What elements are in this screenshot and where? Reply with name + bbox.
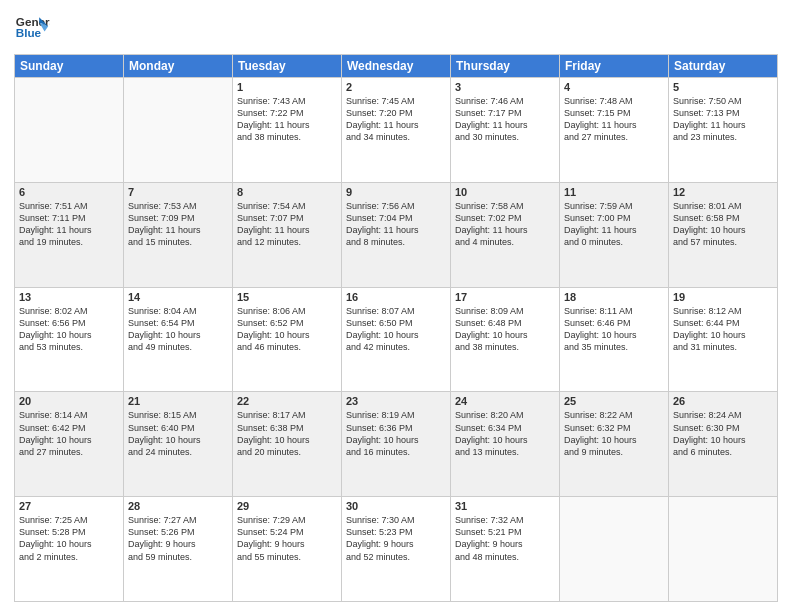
calendar-cell [15, 78, 124, 183]
day-number: 11 [564, 186, 664, 198]
day-info: Sunrise: 7:32 AM Sunset: 5:21 PM Dayligh… [455, 514, 555, 563]
calendar-cell: 15Sunrise: 8:06 AM Sunset: 6:52 PM Dayli… [233, 287, 342, 392]
day-info: Sunrise: 8:11 AM Sunset: 6:46 PM Dayligh… [564, 305, 664, 354]
day-info: Sunrise: 7:45 AM Sunset: 7:20 PM Dayligh… [346, 95, 446, 144]
day-info: Sunrise: 7:29 AM Sunset: 5:24 PM Dayligh… [237, 514, 337, 563]
calendar-cell [669, 497, 778, 602]
calendar-week-row: 6Sunrise: 7:51 AM Sunset: 7:11 PM Daylig… [15, 182, 778, 287]
weekday-header-thursday: Thursday [451, 55, 560, 78]
day-info: Sunrise: 8:06 AM Sunset: 6:52 PM Dayligh… [237, 305, 337, 354]
day-info: Sunrise: 7:54 AM Sunset: 7:07 PM Dayligh… [237, 200, 337, 249]
day-number: 5 [673, 81, 773, 93]
day-number: 8 [237, 186, 337, 198]
day-number: 10 [455, 186, 555, 198]
weekday-header-saturday: Saturday [669, 55, 778, 78]
day-info: Sunrise: 8:24 AM Sunset: 6:30 PM Dayligh… [673, 409, 773, 458]
day-info: Sunrise: 7:25 AM Sunset: 5:28 PM Dayligh… [19, 514, 119, 563]
day-number: 9 [346, 186, 446, 198]
day-info: Sunrise: 7:46 AM Sunset: 7:17 PM Dayligh… [455, 95, 555, 144]
day-number: 4 [564, 81, 664, 93]
logo: General Blue [14, 10, 50, 46]
calendar-cell: 30Sunrise: 7:30 AM Sunset: 5:23 PM Dayli… [342, 497, 451, 602]
calendar-cell: 26Sunrise: 8:24 AM Sunset: 6:30 PM Dayli… [669, 392, 778, 497]
logo-icon: General Blue [14, 10, 50, 46]
header: General Blue [14, 10, 778, 46]
calendar-cell: 23Sunrise: 8:19 AM Sunset: 6:36 PM Dayli… [342, 392, 451, 497]
calendar-week-row: 27Sunrise: 7:25 AM Sunset: 5:28 PM Dayli… [15, 497, 778, 602]
calendar-cell: 8Sunrise: 7:54 AM Sunset: 7:07 PM Daylig… [233, 182, 342, 287]
day-info: Sunrise: 8:20 AM Sunset: 6:34 PM Dayligh… [455, 409, 555, 458]
calendar-week-row: 13Sunrise: 8:02 AM Sunset: 6:56 PM Dayli… [15, 287, 778, 392]
day-info: Sunrise: 7:50 AM Sunset: 7:13 PM Dayligh… [673, 95, 773, 144]
weekday-header-monday: Monday [124, 55, 233, 78]
calendar-cell: 5Sunrise: 7:50 AM Sunset: 7:13 PM Daylig… [669, 78, 778, 183]
weekday-header-tuesday: Tuesday [233, 55, 342, 78]
day-info: Sunrise: 8:19 AM Sunset: 6:36 PM Dayligh… [346, 409, 446, 458]
day-info: Sunrise: 7:27 AM Sunset: 5:26 PM Dayligh… [128, 514, 228, 563]
svg-text:Blue: Blue [16, 26, 42, 39]
calendar-cell: 20Sunrise: 8:14 AM Sunset: 6:42 PM Dayli… [15, 392, 124, 497]
day-number: 1 [237, 81, 337, 93]
day-number: 6 [19, 186, 119, 198]
day-info: Sunrise: 7:59 AM Sunset: 7:00 PM Dayligh… [564, 200, 664, 249]
day-number: 16 [346, 291, 446, 303]
weekday-header-friday: Friday [560, 55, 669, 78]
calendar-cell: 16Sunrise: 8:07 AM Sunset: 6:50 PM Dayli… [342, 287, 451, 392]
calendar-cell: 4Sunrise: 7:48 AM Sunset: 7:15 PM Daylig… [560, 78, 669, 183]
day-number: 3 [455, 81, 555, 93]
day-number: 17 [455, 291, 555, 303]
day-number: 7 [128, 186, 228, 198]
day-info: Sunrise: 8:12 AM Sunset: 6:44 PM Dayligh… [673, 305, 773, 354]
calendar-cell: 17Sunrise: 8:09 AM Sunset: 6:48 PM Dayli… [451, 287, 560, 392]
day-number: 22 [237, 395, 337, 407]
day-info: Sunrise: 8:09 AM Sunset: 6:48 PM Dayligh… [455, 305, 555, 354]
calendar-cell: 1Sunrise: 7:43 AM Sunset: 7:22 PM Daylig… [233, 78, 342, 183]
day-number: 23 [346, 395, 446, 407]
calendar-cell: 29Sunrise: 7:29 AM Sunset: 5:24 PM Dayli… [233, 497, 342, 602]
weekday-header-wednesday: Wednesday [342, 55, 451, 78]
day-info: Sunrise: 8:17 AM Sunset: 6:38 PM Dayligh… [237, 409, 337, 458]
calendar-cell: 27Sunrise: 7:25 AM Sunset: 5:28 PM Dayli… [15, 497, 124, 602]
day-number: 15 [237, 291, 337, 303]
calendar-cell: 18Sunrise: 8:11 AM Sunset: 6:46 PM Dayli… [560, 287, 669, 392]
calendar-cell [560, 497, 669, 602]
day-number: 20 [19, 395, 119, 407]
day-number: 25 [564, 395, 664, 407]
calendar-week-row: 20Sunrise: 8:14 AM Sunset: 6:42 PM Dayli… [15, 392, 778, 497]
day-info: Sunrise: 8:22 AM Sunset: 6:32 PM Dayligh… [564, 409, 664, 458]
day-number: 21 [128, 395, 228, 407]
day-info: Sunrise: 7:51 AM Sunset: 7:11 PM Dayligh… [19, 200, 119, 249]
calendar-table: SundayMondayTuesdayWednesdayThursdayFrid… [14, 54, 778, 602]
day-number: 2 [346, 81, 446, 93]
calendar-cell: 6Sunrise: 7:51 AM Sunset: 7:11 PM Daylig… [15, 182, 124, 287]
calendar-cell: 25Sunrise: 8:22 AM Sunset: 6:32 PM Dayli… [560, 392, 669, 497]
calendar-cell: 12Sunrise: 8:01 AM Sunset: 6:58 PM Dayli… [669, 182, 778, 287]
day-info: Sunrise: 8:07 AM Sunset: 6:50 PM Dayligh… [346, 305, 446, 354]
day-number: 18 [564, 291, 664, 303]
weekday-header-row: SundayMondayTuesdayWednesdayThursdayFrid… [15, 55, 778, 78]
calendar-cell: 2Sunrise: 7:45 AM Sunset: 7:20 PM Daylig… [342, 78, 451, 183]
day-number: 19 [673, 291, 773, 303]
day-number: 31 [455, 500, 555, 512]
day-info: Sunrise: 7:56 AM Sunset: 7:04 PM Dayligh… [346, 200, 446, 249]
day-number: 29 [237, 500, 337, 512]
calendar-cell: 13Sunrise: 8:02 AM Sunset: 6:56 PM Dayli… [15, 287, 124, 392]
day-number: 14 [128, 291, 228, 303]
weekday-header-sunday: Sunday [15, 55, 124, 78]
calendar-cell: 10Sunrise: 7:58 AM Sunset: 7:02 PM Dayli… [451, 182, 560, 287]
day-number: 24 [455, 395, 555, 407]
day-number: 28 [128, 500, 228, 512]
day-number: 12 [673, 186, 773, 198]
day-info: Sunrise: 7:53 AM Sunset: 7:09 PM Dayligh… [128, 200, 228, 249]
calendar-cell: 14Sunrise: 8:04 AM Sunset: 6:54 PM Dayli… [124, 287, 233, 392]
day-info: Sunrise: 7:43 AM Sunset: 7:22 PM Dayligh… [237, 95, 337, 144]
calendar-cell: 31Sunrise: 7:32 AM Sunset: 5:21 PM Dayli… [451, 497, 560, 602]
calendar-cell: 21Sunrise: 8:15 AM Sunset: 6:40 PM Dayli… [124, 392, 233, 497]
day-info: Sunrise: 8:14 AM Sunset: 6:42 PM Dayligh… [19, 409, 119, 458]
calendar-cell: 22Sunrise: 8:17 AM Sunset: 6:38 PM Dayli… [233, 392, 342, 497]
day-info: Sunrise: 8:02 AM Sunset: 6:56 PM Dayligh… [19, 305, 119, 354]
calendar-cell [124, 78, 233, 183]
calendar-cell: 28Sunrise: 7:27 AM Sunset: 5:26 PM Dayli… [124, 497, 233, 602]
calendar-cell: 9Sunrise: 7:56 AM Sunset: 7:04 PM Daylig… [342, 182, 451, 287]
day-info: Sunrise: 8:04 AM Sunset: 6:54 PM Dayligh… [128, 305, 228, 354]
